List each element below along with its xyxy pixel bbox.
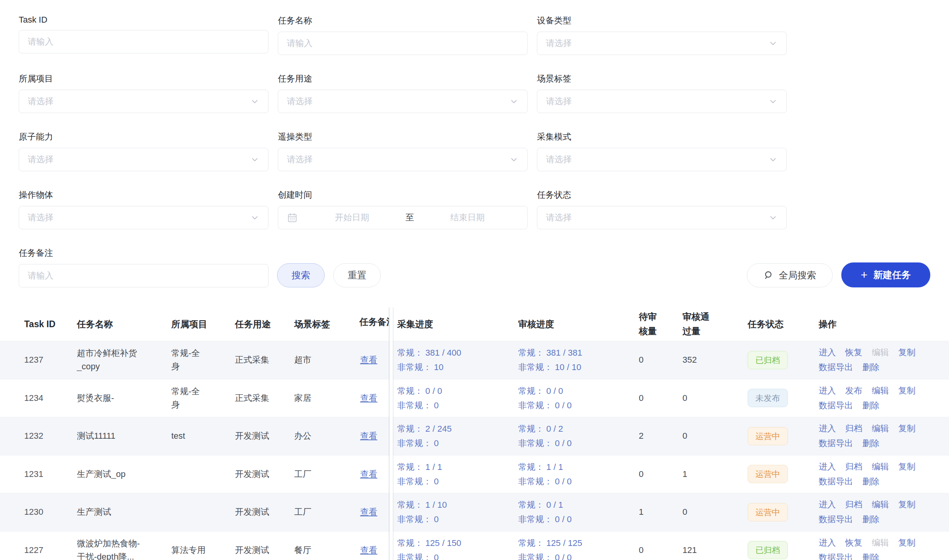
action-copy[interactable]: 复制	[898, 535, 915, 550]
task-remark-input[interactable]	[19, 264, 268, 287]
start-date-placeholder: 开始日期	[301, 212, 403, 223]
action-edit[interactable]: 编辑	[872, 421, 889, 436]
action-edit[interactable]: 编辑	[872, 459, 889, 474]
filter-bottom-row: 任务备注 搜索 重置 全局搜索 + 新建任务	[19, 247, 930, 287]
cell-operations: 进入恢复编辑复制数据导出删除	[819, 345, 930, 375]
actions-line-2: 数据导出删除	[819, 436, 930, 451]
remark-view-link[interactable]: 查看	[360, 507, 377, 517]
action-delete[interactable]: 删除	[862, 398, 880, 413]
action-delete[interactable]: 删除	[862, 550, 880, 560]
cell-project: test	[171, 429, 235, 443]
filter-label-atomic-ability: 原子能力	[19, 131, 268, 143]
filter-label-task-status: 任务状态	[537, 189, 787, 201]
project-select[interactable]: 请选择	[19, 90, 268, 113]
cell-review-passed: 352	[682, 353, 748, 367]
device-type-select[interactable]: 请选择	[537, 32, 787, 55]
cell-purpose: 开发测试	[235, 468, 294, 481]
filter-atomic-ability: 原子能力请选择	[19, 131, 268, 171]
cell-project: 算法专用	[171, 544, 235, 557]
device-type-placeholder: 请选择	[546, 37, 768, 49]
cell-task-id: 1237	[24, 353, 77, 367]
atomic-ability-placeholder: 请选择	[28, 154, 250, 165]
cell-pending-review: 0	[639, 468, 682, 481]
operate-object-select[interactable]: 请选择	[19, 206, 268, 229]
action-export[interactable]: 数据导出	[819, 398, 853, 413]
cell-review-progress: 常规： 0 / 2非常规： 0 / 0	[518, 422, 639, 450]
cell-task-status: 运营中	[748, 427, 819, 445]
action-delete[interactable]: 删除	[862, 436, 880, 451]
action-export[interactable]: 数据导出	[819, 550, 853, 560]
remark-view-link[interactable]: 查看	[360, 393, 377, 403]
task-name-input[interactable]	[278, 32, 528, 55]
collect-mode-select[interactable]: 请选择	[537, 148, 787, 171]
action-delete[interactable]: 删除	[862, 512, 880, 527]
action-export[interactable]: 数据导出	[819, 474, 853, 489]
cell-review-passed: 121	[682, 544, 748, 557]
action-export[interactable]: 数据导出	[819, 360, 853, 375]
cell-purpose: 正式采集	[235, 353, 294, 367]
action-enter[interactable]: 进入	[819, 345, 836, 360]
remark-view-link[interactable]: 查看	[360, 355, 377, 365]
action-archive[interactable]: 归档	[845, 497, 862, 512]
cell-collect-progress: 常规： 381 / 400非常规： 10	[397, 346, 518, 374]
reset-button[interactable]: 重置	[333, 263, 381, 287]
action-export[interactable]: 数据导出	[819, 436, 853, 451]
teleop-type-select[interactable]: 请选择	[278, 148, 528, 171]
cell-review-progress: 常规： 0 / 1非常规： 0 / 0	[518, 498, 639, 526]
action-copy[interactable]: 复制	[898, 497, 915, 512]
cell-scene-tag: 超市	[294, 353, 359, 367]
progress-line: 常规： 1 / 1	[397, 460, 518, 474]
cell-scene-tag: 餐厅	[294, 544, 359, 557]
scene-tag-placeholder: 请选择	[546, 96, 768, 107]
action-enter[interactable]: 进入	[819, 459, 836, 474]
action-enter[interactable]: 进入	[819, 383, 836, 398]
remark-view-link[interactable]: 查看	[360, 469, 377, 479]
action-restore[interactable]: 恢复	[845, 535, 862, 550]
table-row: 1232测试11111test开发测试办公查看常规： 2 / 245非常规： 0…	[0, 417, 949, 455]
global-search-button[interactable]: 全局搜索	[747, 263, 833, 287]
action-copy[interactable]: 复制	[898, 459, 915, 474]
action-delete[interactable]: 删除	[862, 360, 880, 375]
remark-view-link[interactable]: 查看	[360, 431, 377, 441]
action-enter[interactable]: 进入	[819, 421, 836, 436]
action-copy[interactable]: 复制	[898, 345, 915, 360]
action-copy[interactable]: 复制	[898, 421, 915, 436]
filter-task-name: 任务名称	[278, 15, 528, 55]
task-management-page: Task ID任务名称设备类型请选择所属项目请选择任务用途请选择场景标签请选择原…	[0, 0, 949, 560]
table-row: 1227微波炉加热食物-干扰-depth降...算法专用开发测试餐厅查看常规： …	[0, 532, 949, 560]
search-button[interactable]: 搜索	[277, 263, 325, 287]
actions-line-1: 进入归档编辑复制	[819, 421, 930, 436]
filter-task-status: 任务状态请选择	[537, 189, 787, 229]
scene-tag-select[interactable]: 请选择	[537, 90, 787, 113]
action-enter[interactable]: 进入	[819, 497, 836, 512]
cell-purpose: 开发测试	[235, 544, 294, 557]
filter-label-create-time: 创建时间	[278, 189, 528, 201]
task-purpose-select[interactable]: 请选择	[278, 90, 528, 113]
action-delete[interactable]: 删除	[862, 474, 880, 489]
filter-task-purpose: 任务用途请选择	[278, 73, 528, 113]
column-header-purpose: 任务用途	[235, 317, 294, 331]
actions-line-2: 数据导出删除	[819, 360, 930, 375]
action-publish[interactable]: 发布	[845, 383, 862, 398]
action-archive[interactable]: 归档	[845, 421, 862, 436]
table-row: 1231生产测试_op开发测试工厂查看常规： 1 / 1非常规： 0常规： 1 …	[0, 455, 949, 494]
action-edit[interactable]: 编辑	[872, 383, 889, 398]
task-id-input[interactable]	[19, 30, 268, 53]
action-enter[interactable]: 进入	[819, 535, 836, 550]
action-restore[interactable]: 恢复	[845, 345, 862, 360]
action-export[interactable]: 数据导出	[819, 512, 853, 527]
atomic-ability-select[interactable]: 请选择	[19, 148, 268, 171]
progress-line: 常规： 125 / 150	[397, 536, 518, 550]
cell-scene-tag: 工厂	[294, 468, 359, 481]
new-task-button[interactable]: + 新建任务	[841, 262, 930, 287]
remark-view-link[interactable]: 查看	[360, 545, 377, 555]
progress-line: 非常规： 0 / 0	[518, 398, 639, 413]
filter-operate-object: 操作物体请选择	[19, 189, 268, 229]
cell-task-remark: 查看	[359, 505, 397, 519]
cell-task-status: 运营中	[748, 503, 819, 521]
create-time-range-picker[interactable]: 开始日期至结束日期	[278, 206, 528, 229]
action-copy[interactable]: 复制	[898, 383, 915, 398]
task-status-select[interactable]: 请选择	[537, 206, 787, 229]
action-archive[interactable]: 归档	[845, 459, 862, 474]
action-edit[interactable]: 编辑	[872, 497, 889, 512]
